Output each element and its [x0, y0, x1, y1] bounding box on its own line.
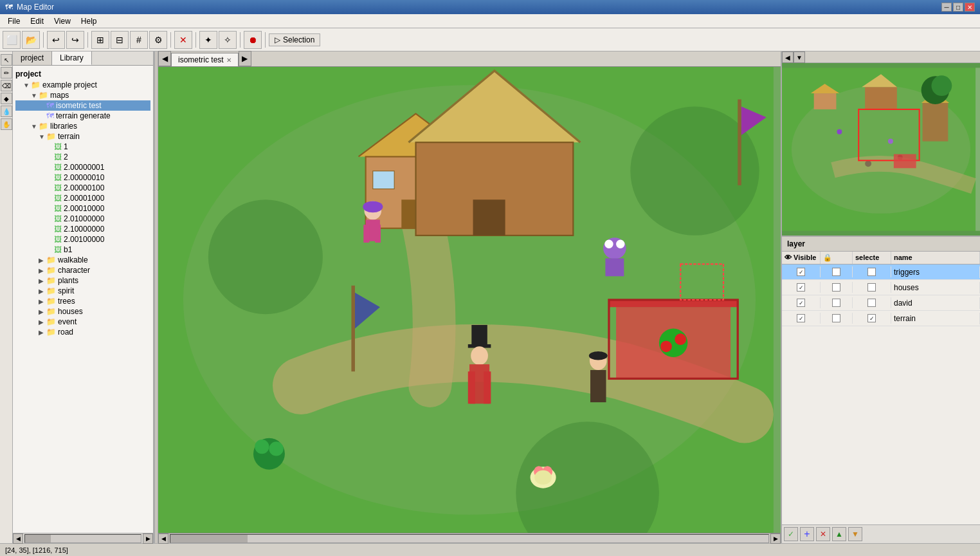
map-tab-isometric[interactable]: isometric test ✕ — [171, 53, 239, 66]
toolbar-grid1[interactable]: ⊞ — [91, 31, 109, 49]
layer-visible-david[interactable] — [782, 297, 821, 308]
visible-checkbox-triggers[interactable] — [797, 268, 805, 276]
tree-item-libraries[interactable]: ▼ 📁 libraries — [15, 121, 150, 131]
tree-item-t3[interactable]: 🖼 2.00000001 — [15, 162, 150, 172]
layer-add-button[interactable]: + — [800, 527, 814, 541]
layer-row-david[interactable]: david — [782, 295, 980, 311]
map-nav-left[interactable]: ◀ — [158, 51, 171, 66]
tab-library[interactable]: Library — [52, 51, 92, 65]
toolbar-delete[interactable]: ✕ — [174, 31, 192, 49]
layer-row-triggers[interactable]: triggers — [782, 264, 980, 280]
minimap-arrow-down[interactable]: ▼ — [794, 51, 805, 63]
toolbar-new[interactable]: ⬜ — [3, 31, 21, 49]
tree-item-plants[interactable]: ▶ 📁 plants — [15, 275, 150, 286]
map-canvas[interactable] — [158, 67, 781, 533]
lock-checkbox-terrain[interactable] — [832, 314, 840, 322]
layer-checkall-button[interactable]: ✓ — [784, 527, 798, 541]
close-button[interactable]: ✕ — [965, 3, 975, 12]
toolbar-move1[interactable]: ✦ — [199, 31, 217, 49]
select-checkbox-houses[interactable] — [867, 283, 876, 292]
tree-item-terrain-folder[interactable]: ▼ 📁 terrain — [15, 131, 150, 142]
select-checkbox-david[interactable] — [867, 299, 876, 307]
tool-pen[interactable]: ✏ — [1, 67, 12, 79]
tab-project[interactable]: project — [13, 51, 52, 65]
maximize-button[interactable]: □ — [953, 3, 963, 12]
tree-item-trees[interactable]: ▶ 📁 trees — [15, 296, 150, 306]
toolbar-settings[interactable]: ⚙ — [149, 31, 167, 49]
layer-visible-houses[interactable] — [782, 282, 821, 293]
layer-row-houses[interactable]: houses — [782, 280, 980, 295]
layer-select-terrain[interactable] — [853, 313, 891, 324]
lock-checkbox-david[interactable] — [832, 299, 840, 307]
layer-select-triggers[interactable] — [853, 266, 891, 277]
tree-item-t10[interactable]: 🖼 2.00100000 — [15, 234, 150, 245]
tree-item-terrain-generate[interactable]: 🗺 terrain generate — [15, 111, 150, 121]
scroll-track[interactable] — [24, 534, 141, 543]
toolbar-move2[interactable]: ✧ — [219, 31, 237, 49]
tree-item-t4[interactable]: 🖼 2.00000010 — [15, 172, 150, 183]
scroll-left[interactable]: ◀ — [13, 533, 23, 544]
map-hscroll-right[interactable]: ▶ — [770, 533, 781, 544]
tree-item-road[interactable]: ▶ 📁 road — [15, 327, 150, 337]
tree-item-t11[interactable]: 🖼 b1 — [15, 245, 150, 255]
scroll-right[interactable]: ▶ — [143, 533, 153, 544]
tree-item-spirit[interactable]: ▶ 📁 spirit — [15, 286, 150, 296]
tree-item-event[interactable]: ▶ 📁 event — [15, 317, 150, 327]
tree-item-isometric-test[interactable]: 🗺 isometric test — [15, 100, 150, 111]
map-hscroll-track[interactable] — [170, 534, 769, 543]
map-tab-close[interactable]: ✕ — [226, 57, 231, 64]
toolbar-redo[interactable]: ↪ — [66, 31, 84, 49]
tree-item-character[interactable]: ▶ 📁 character — [15, 265, 150, 275]
toolbar-record[interactable]: ⏺ — [244, 31, 262, 49]
map-hscroll-left[interactable]: ◀ — [158, 533, 168, 544]
layer-lock-terrain[interactable] — [821, 313, 853, 324]
minimize-button[interactable]: ─ — [941, 3, 952, 12]
tree-item-t1[interactable]: 🖼 1 — [15, 142, 150, 152]
tree-item-t5[interactable]: 🖼 2.00000100 — [15, 183, 150, 193]
select-checkbox-triggers[interactable] — [867, 268, 876, 276]
visible-checkbox-terrain[interactable] — [797, 314, 805, 322]
layer-lock-david[interactable] — [821, 297, 853, 308]
tree-item-houses[interactable]: ▶ 📁 houses — [15, 306, 150, 317]
tree-item-t9[interactable]: 🖼 2.10000000 — [15, 224, 150, 234]
toolbar-open[interactable]: 📂 — [22, 31, 40, 49]
minimap-arrow-left[interactable]: ◀ — [782, 51, 794, 63]
tree-item-maps[interactable]: ▼ 📁 maps — [15, 90, 150, 100]
minimap[interactable] — [782, 63, 980, 237]
layer-moveup-button[interactable]: ▲ — [832, 527, 846, 541]
menu-help[interactable]: Help — [76, 15, 102, 27]
layer-visible-triggers[interactable] — [782, 266, 821, 277]
tree-item-example-project[interactable]: ▼ 📁 example project — [15, 80, 150, 90]
menu-view[interactable]: View — [49, 15, 76, 27]
menu-file[interactable]: File — [3, 15, 25, 27]
layer-visible-terrain[interactable] — [782, 313, 821, 324]
layer-select-houses[interactable] — [853, 282, 891, 293]
tool-eraser[interactable]: ⌫ — [1, 80, 12, 91]
tool-hand[interactable]: ✋ — [1, 118, 12, 130]
tool-fill[interactable]: ◆ — [1, 93, 12, 104]
layer-lock-triggers[interactable] — [821, 266, 853, 277]
toolbar-selection[interactable]: ▷ Selection — [269, 33, 320, 46]
tree-item-t2[interactable]: 🖼 2 — [15, 152, 150, 162]
toolbar-hash[interactable]: # — [130, 31, 148, 49]
map-nav-right[interactable]: ▶ — [239, 51, 251, 66]
lock-checkbox-triggers[interactable] — [832, 268, 840, 276]
toolbar-grid2[interactable]: ⊟ — [111, 31, 129, 49]
tool-select[interactable]: ↖ — [1, 54, 12, 66]
select-checkbox-terrain[interactable] — [867, 314, 876, 322]
visible-checkbox-houses[interactable] — [797, 283, 805, 292]
layer-row-terrain[interactable]: terrain — [782, 311, 980, 326]
visible-checkbox-david[interactable] — [797, 299, 805, 307]
layer-movedown-button[interactable]: ▼ — [848, 527, 862, 541]
layer-select-david[interactable] — [853, 297, 891, 308]
lock-checkbox-houses[interactable] — [832, 283, 840, 292]
tree-item-t8[interactable]: 🖼 2.01000000 — [15, 214, 150, 224]
menu-edit[interactable]: Edit — [25, 15, 49, 27]
layer-lock-houses[interactable] — [821, 282, 853, 293]
toolbar-undo[interactable]: ↩ — [47, 31, 65, 49]
layer-delete-button[interactable]: ✕ — [816, 527, 830, 541]
tree-item-walkable[interactable]: ▶ 📁 walkable — [15, 255, 150, 265]
tree-item-t7[interactable]: 🖼 2.00010000 — [15, 203, 150, 214]
tool-eyedrop[interactable]: 💧 — [1, 106, 12, 117]
tree-item-t6[interactable]: 🖼 2.00001000 — [15, 193, 150, 203]
